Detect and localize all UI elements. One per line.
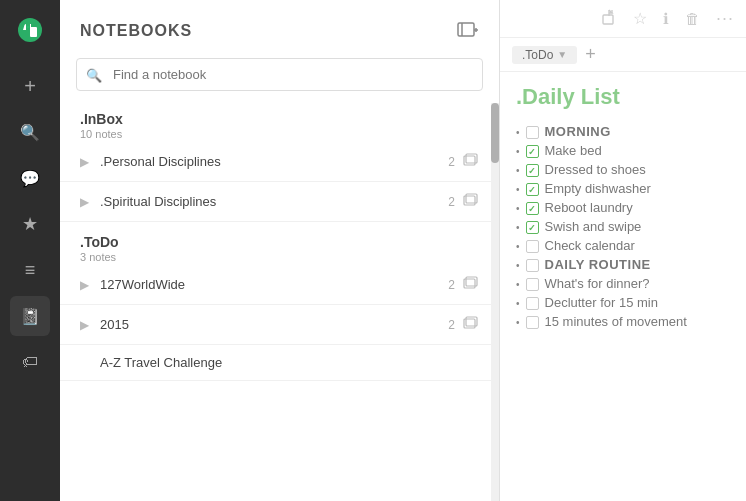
item-check-cal: Check calendar xyxy=(545,238,635,253)
item-whats-dinner: What's for dinner? xyxy=(545,276,650,291)
notebook-count: 2 xyxy=(448,318,455,332)
more-options-icon[interactable]: ··· xyxy=(716,8,734,29)
bullet-icon: • xyxy=(516,279,520,290)
item-empty-dish: Empty dishwasher xyxy=(545,181,651,196)
list-item: • Dressed to shoes xyxy=(516,160,730,179)
item-reboot: Reboot laundry xyxy=(545,200,633,215)
info-icon[interactable]: ℹ xyxy=(663,10,669,28)
stack-icon xyxy=(463,315,479,334)
trash-icon[interactable]: 🗑 xyxy=(685,10,700,27)
notes-list-button[interactable]: ≡ xyxy=(10,250,50,290)
stack-icon xyxy=(463,152,479,171)
section-daily-routine: DAILY ROUTINE xyxy=(545,257,651,272)
checkbox-make-bed[interactable] xyxy=(526,145,539,158)
tag-dropdown-icon: ▼ xyxy=(557,49,567,60)
checkbox-daily-routine[interactable] xyxy=(526,259,539,272)
notebook-name: 127WorldWide xyxy=(100,277,448,292)
bullet-icon: • xyxy=(516,241,520,252)
list-item: • Declutter for 15 min xyxy=(516,293,730,312)
checkbox-reboot[interactable] xyxy=(526,202,539,215)
todo-count: 3 notes xyxy=(80,251,479,263)
list-item: • Reboot laundry xyxy=(516,198,730,217)
item-declutter: Declutter for 15 min xyxy=(545,295,658,310)
bullet-icon: • xyxy=(516,184,520,195)
stack-icon xyxy=(463,275,479,294)
todo-section: .ToDo 3 notes xyxy=(60,226,499,265)
note-content: .Daily List • MORNING • Make bed • Dress… xyxy=(500,72,746,501)
add-tag-button[interactable]: + xyxy=(585,44,596,65)
section-morning: MORNING xyxy=(545,124,611,139)
bullet-icon: • xyxy=(516,222,520,233)
notebook-name: 2015 xyxy=(100,317,448,332)
tags-button[interactable]: 🏷 xyxy=(10,342,50,382)
bullet-icon: • xyxy=(516,298,520,309)
checkbox-empty-dish[interactable] xyxy=(526,183,539,196)
svg-rect-14 xyxy=(603,15,613,24)
evernote-logo[interactable] xyxy=(10,10,50,50)
notebook-list: .InBox 10 notes ▶ .Personal Disciplines … xyxy=(60,103,499,501)
note-tags-bar: .ToDo ▼ + xyxy=(500,38,746,72)
bullet-icon: • xyxy=(516,127,520,138)
note-checklist: • MORNING • Make bed • Dressed to shoes … xyxy=(516,122,730,331)
checkbox-morning[interactable] xyxy=(526,126,539,139)
notebook-name: .Spiritual Disciplines xyxy=(100,194,448,209)
checkbox-swish[interactable] xyxy=(526,221,539,234)
notebook-count: 2 xyxy=(448,278,455,292)
stack-icon xyxy=(463,192,479,211)
new-note-button[interactable]: + xyxy=(10,66,50,106)
search-box: 🔍 xyxy=(76,58,483,91)
list-item[interactable]: ▶ 127WorldWide 2 xyxy=(60,265,499,305)
search-input[interactable] xyxy=(76,58,483,91)
svg-rect-2 xyxy=(458,23,474,36)
note-panel: ☆ ℹ 🗑 ··· .ToDo ▼ + .Daily List • MORNIN… xyxy=(500,0,746,501)
list-item[interactable]: ▶ A-Z Travel Challenge xyxy=(60,345,499,381)
checkbox-check-cal[interactable] xyxy=(526,240,539,253)
left-sidebar: + 🔍 💬 ★ ≡ 📓 🏷 xyxy=(0,0,60,501)
note-title: .Daily List xyxy=(516,84,730,110)
scrollbar-thumb[interactable] xyxy=(491,103,499,163)
checkbox-movement[interactable] xyxy=(526,316,539,329)
checkbox-declutter[interactable] xyxy=(526,297,539,310)
search-button[interactable]: 🔍 xyxy=(10,112,50,152)
svg-point-1 xyxy=(27,26,29,28)
search-icon: 🔍 xyxy=(86,67,102,82)
chevron-right-icon: ▶ xyxy=(80,195,92,209)
bullet-icon: • xyxy=(516,165,520,176)
todo-tag[interactable]: .ToDo ▼ xyxy=(512,46,577,64)
bullet-icon: • xyxy=(516,260,520,271)
list-item: • Make bed xyxy=(516,141,730,160)
bullet-icon: • xyxy=(516,203,520,214)
notebook-count: 2 xyxy=(448,155,455,169)
list-item[interactable]: ▶ .Spiritual Disciplines 2 xyxy=(60,182,499,222)
chevron-right-icon: ▶ xyxy=(80,278,92,292)
list-item: • Check calendar xyxy=(516,236,730,255)
note-toolbar: ☆ ℹ 🗑 ··· xyxy=(500,0,746,38)
notebooks-header: NOTEBOOKS xyxy=(60,0,499,58)
notebook-name: .Personal Disciplines xyxy=(100,154,448,169)
list-item: • MORNING xyxy=(516,122,730,141)
list-item: • Swish and swipe xyxy=(516,217,730,236)
item-make-bed: Make bed xyxy=(545,143,602,158)
list-item: • DAILY ROUTINE xyxy=(516,255,730,274)
list-item: • 15 minutes of movement xyxy=(516,312,730,331)
starred-button[interactable]: ★ xyxy=(10,204,50,244)
item-dressed: Dressed to shoes xyxy=(545,162,646,177)
star-icon[interactable]: ☆ xyxy=(633,9,647,28)
chevron-right-icon: ▶ xyxy=(80,318,92,332)
shortcuts-button[interactable]: 💬 xyxy=(10,158,50,198)
notebooks-button[interactable]: 📓 xyxy=(10,296,50,336)
inbox-title: .InBox xyxy=(80,111,479,127)
list-item: • What's for dinner? xyxy=(516,274,730,293)
scrollbar-track[interactable] xyxy=(491,103,499,501)
list-item[interactable]: ▶ 2015 2 xyxy=(60,305,499,345)
todo-title: .ToDo xyxy=(80,234,479,250)
item-movement: 15 minutes of movement xyxy=(545,314,687,329)
bullet-icon: • xyxy=(516,146,520,157)
notebook-count: 2 xyxy=(448,195,455,209)
item-swish: Swish and swipe xyxy=(545,219,642,234)
share-icon[interactable] xyxy=(601,9,617,29)
list-item[interactable]: ▶ .Personal Disciplines 2 xyxy=(60,142,499,182)
checkbox-dressed[interactable] xyxy=(526,164,539,177)
new-notebook-button[interactable] xyxy=(457,20,479,42)
checkbox-whats-dinner[interactable] xyxy=(526,278,539,291)
